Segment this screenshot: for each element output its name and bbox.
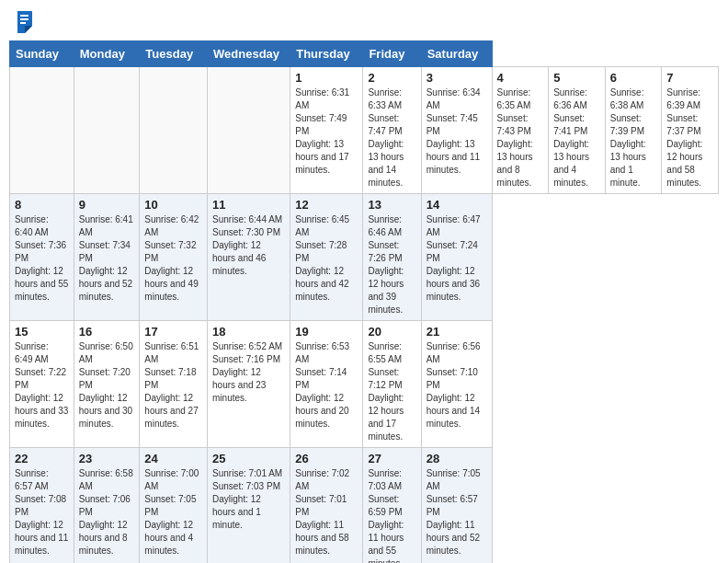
day-info: Sunrise: 6:45 AM Sunset: 7:28 PM Dayligh… xyxy=(295,213,358,304)
day-info: Sunrise: 6:46 AM Sunset: 7:26 PM Dayligh… xyxy=(368,213,415,316)
day-info: Sunrise: 6:53 AM Sunset: 7:14 PM Dayligh… xyxy=(295,340,358,431)
day-number: 8 xyxy=(15,198,69,212)
calendar-cell: 4Sunrise: 6:35 AM Sunset: 7:43 PM Daylig… xyxy=(492,67,549,194)
day-number: 27 xyxy=(368,452,415,465)
calendar-day-header: Friday xyxy=(363,41,421,67)
calendar-day-header: Sunday xyxy=(10,41,74,67)
day-info: Sunrise: 7:01 AM Sunset: 7:03 PM Dayligh… xyxy=(212,467,285,532)
logo xyxy=(13,9,35,33)
day-info: Sunrise: 6:56 AM Sunset: 7:10 PM Dayligh… xyxy=(427,340,487,431)
calendar-table: SundayMondayTuesdayWednesdayThursdayFrid… xyxy=(9,40,719,563)
day-info: Sunrise: 6:42 AM Sunset: 7:32 PM Dayligh… xyxy=(144,213,202,304)
calendar-cell: 13Sunrise: 6:46 AM Sunset: 7:26 PM Dayli… xyxy=(363,194,421,321)
day-number: 22 xyxy=(15,452,69,465)
calendar-cell: 8Sunrise: 6:40 AM Sunset: 7:36 PM Daylig… xyxy=(10,194,74,321)
day-number: 15 xyxy=(15,325,69,339)
calendar-cell xyxy=(208,67,290,194)
day-info: Sunrise: 6:55 AM Sunset: 7:12 PM Dayligh… xyxy=(368,340,415,443)
calendar-cell: 25Sunrise: 7:01 AM Sunset: 7:03 PM Dayli… xyxy=(208,448,290,564)
day-info: Sunrise: 7:02 AM Sunset: 7:01 PM Dayligh… xyxy=(295,467,358,557)
calendar-cell: 17Sunrise: 6:51 AM Sunset: 7:18 PM Dayli… xyxy=(140,321,208,448)
calendar-cell: 19Sunrise: 6:53 AM Sunset: 7:14 PM Dayli… xyxy=(290,321,363,448)
svg-rect-3 xyxy=(20,18,28,20)
day-number: 13 xyxy=(368,198,415,212)
day-info: Sunrise: 7:05 AM Sunset: 6:57 PM Dayligh… xyxy=(427,467,487,557)
day-number: 26 xyxy=(295,452,358,465)
calendar-cell: 7Sunrise: 6:39 AM Sunset: 7:37 PM Daylig… xyxy=(662,67,719,194)
day-number: 12 xyxy=(295,198,358,212)
calendar-cell: 10Sunrise: 6:42 AM Sunset: 7:32 PM Dayli… xyxy=(140,194,208,321)
day-info: Sunrise: 7:00 AM Sunset: 7:05 PM Dayligh… xyxy=(144,467,202,557)
svg-rect-2 xyxy=(20,15,28,17)
calendar-cell: 22Sunrise: 6:57 AM Sunset: 7:08 PM Dayli… xyxy=(10,448,74,564)
day-info: Sunrise: 7:03 AM Sunset: 6:59 PM Dayligh… xyxy=(368,467,415,563)
day-number: 10 xyxy=(144,198,202,212)
svg-marker-1 xyxy=(25,26,32,33)
day-info: Sunrise: 6:36 AM Sunset: 7:41 PM Dayligh… xyxy=(553,86,600,190)
day-info: Sunrise: 6:50 AM Sunset: 7:20 PM Dayligh… xyxy=(79,340,135,431)
svg-rect-4 xyxy=(20,22,26,24)
day-info: Sunrise: 6:34 AM Sunset: 7:45 PM Dayligh… xyxy=(427,86,487,177)
calendar-cell: 28Sunrise: 7:05 AM Sunset: 6:57 PM Dayli… xyxy=(421,448,492,564)
calendar-cell: 18Sunrise: 6:52 AM Sunset: 7:16 PM Dayli… xyxy=(208,321,290,448)
day-number: 18 xyxy=(212,325,285,339)
calendar-week-row: 1Sunrise: 6:31 AM Sunset: 7:49 PM Daylig… xyxy=(10,67,719,194)
calendar-week-row: 15Sunrise: 6:49 AM Sunset: 7:22 PM Dayli… xyxy=(10,321,719,448)
day-number: 11 xyxy=(212,198,285,212)
day-number: 5 xyxy=(553,71,600,85)
calendar-cell: 20Sunrise: 6:55 AM Sunset: 7:12 PM Dayli… xyxy=(363,321,421,448)
day-info: Sunrise: 6:35 AM Sunset: 7:43 PM Dayligh… xyxy=(497,86,544,190)
day-number: 21 xyxy=(427,325,487,339)
calendar-cell xyxy=(10,67,74,194)
day-info: Sunrise: 6:44 AM Sunset: 7:30 PM Dayligh… xyxy=(212,213,285,278)
day-number: 14 xyxy=(427,198,487,212)
day-info: Sunrise: 6:49 AM Sunset: 7:22 PM Dayligh… xyxy=(15,340,69,431)
calendar-cell: 1Sunrise: 6:31 AM Sunset: 7:49 PM Daylig… xyxy=(290,67,363,194)
day-number: 9 xyxy=(79,198,135,212)
day-number: 23 xyxy=(79,452,135,465)
calendar-cell: 3Sunrise: 6:34 AM Sunset: 7:45 PM Daylig… xyxy=(421,67,492,194)
calendar-cell: 9Sunrise: 6:41 AM Sunset: 7:34 PM Daylig… xyxy=(74,194,140,321)
calendar-header-row: SundayMondayTuesdayWednesdayThursdayFrid… xyxy=(10,41,719,67)
calendar-cell: 11Sunrise: 6:44 AM Sunset: 7:30 PM Dayli… xyxy=(208,194,290,321)
day-number: 1 xyxy=(295,71,358,85)
calendar-cell: 26Sunrise: 7:02 AM Sunset: 7:01 PM Dayli… xyxy=(290,448,363,564)
calendar-day-header: Saturday xyxy=(421,41,492,67)
calendar-day-header: Wednesday xyxy=(208,41,290,67)
calendar-cell: 12Sunrise: 6:45 AM Sunset: 7:28 PM Dayli… xyxy=(290,194,363,321)
calendar-cell xyxy=(140,67,208,194)
day-info: Sunrise: 6:47 AM Sunset: 7:24 PM Dayligh… xyxy=(427,213,487,304)
calendar-cell: 27Sunrise: 7:03 AM Sunset: 6:59 PM Dayli… xyxy=(363,448,421,564)
calendar-day-header: Tuesday xyxy=(140,41,208,67)
day-number: 16 xyxy=(79,325,135,339)
calendar-cell: 24Sunrise: 7:00 AM Sunset: 7:05 PM Dayli… xyxy=(140,448,208,564)
day-number: 4 xyxy=(497,71,544,85)
day-info: Sunrise: 6:52 AM Sunset: 7:16 PM Dayligh… xyxy=(212,340,285,405)
calendar-cell: 21Sunrise: 6:56 AM Sunset: 7:10 PM Dayli… xyxy=(421,321,492,448)
logo-icon xyxy=(14,9,34,33)
day-number: 17 xyxy=(144,325,202,339)
calendar-cell: 6Sunrise: 6:38 AM Sunset: 7:39 PM Daylig… xyxy=(605,67,662,194)
calendar-week-row: 8Sunrise: 6:40 AM Sunset: 7:36 PM Daylig… xyxy=(10,194,719,321)
day-info: Sunrise: 6:40 AM Sunset: 7:36 PM Dayligh… xyxy=(15,213,69,304)
calendar-cell: 14Sunrise: 6:47 AM Sunset: 7:24 PM Dayli… xyxy=(421,194,492,321)
day-number: 28 xyxy=(427,452,487,465)
day-number: 24 xyxy=(144,452,202,465)
calendar-body: 1Sunrise: 6:31 AM Sunset: 7:49 PM Daylig… xyxy=(10,67,719,564)
day-info: Sunrise: 6:58 AM Sunset: 7:06 PM Dayligh… xyxy=(79,467,135,557)
day-number: 7 xyxy=(666,71,713,85)
day-info: Sunrise: 6:51 AM Sunset: 7:18 PM Dayligh… xyxy=(144,340,202,431)
day-info: Sunrise: 6:39 AM Sunset: 7:37 PM Dayligh… xyxy=(666,86,713,190)
day-number: 19 xyxy=(295,325,358,339)
calendar-cell: 16Sunrise: 6:50 AM Sunset: 7:20 PM Dayli… xyxy=(74,321,140,448)
day-number: 6 xyxy=(610,71,657,85)
day-number: 25 xyxy=(212,452,285,465)
day-info: Sunrise: 6:41 AM Sunset: 7:34 PM Dayligh… xyxy=(79,213,135,304)
page-header xyxy=(9,9,719,33)
calendar-cell: 15Sunrise: 6:49 AM Sunset: 7:22 PM Dayli… xyxy=(10,321,74,448)
calendar-cell: 5Sunrise: 6:36 AM Sunset: 7:41 PM Daylig… xyxy=(549,67,606,194)
day-number: 20 xyxy=(368,325,415,339)
day-info: Sunrise: 6:31 AM Sunset: 7:49 PM Dayligh… xyxy=(295,86,358,177)
calendar-day-header: Monday xyxy=(74,41,140,67)
day-number: 2 xyxy=(368,71,415,85)
